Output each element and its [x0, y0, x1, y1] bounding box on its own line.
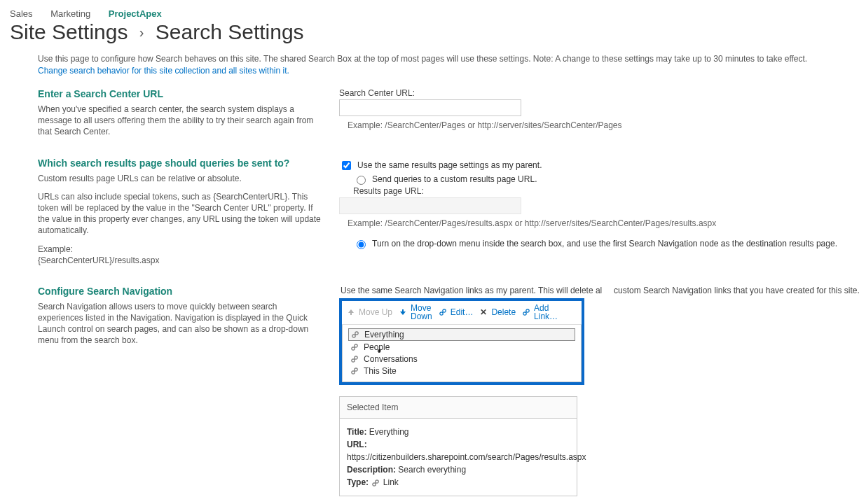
title-b: Search Settings — [156, 20, 304, 43]
nav-item-label: People — [364, 342, 390, 352]
dropdown-radio-label: Turn on the drop-down menu inside the se… — [372, 239, 837, 248]
crumb-marketing[interactable]: Marketing — [50, 8, 90, 19]
nav-toolbar: Move Up MoveDown Edit… — [342, 301, 582, 325]
page-title: Site Settings › Search Settings — [10, 20, 849, 44]
sec2-title: Which search results page should queries… — [38, 158, 322, 169]
arrow-down-icon — [398, 307, 408, 317]
custom-results-radio-row[interactable]: Send queries to a custom results page UR… — [353, 174, 844, 185]
link-icon — [350, 330, 360, 340]
intro-link[interactable]: Change search behavior for this site col… — [38, 66, 289, 76]
use-parent-results-label: Use the same results page settings as my… — [357, 160, 542, 170]
sel-title-v: Everything — [369, 427, 409, 437]
intro-text: Use this page to configure how Search be… — [38, 54, 844, 64]
edit-button[interactable]: Edit… — [438, 307, 474, 317]
selected-item-panel: Selected Item Title: Everything URL: htt… — [339, 396, 577, 496]
sel-url-k: URL: — [347, 440, 367, 449]
nav-item-label: Everything — [364, 330, 404, 340]
custom-results-label: Send queries to a custom results page UR… — [372, 174, 537, 184]
use-parent-results-checkbox[interactable] — [342, 161, 351, 170]
link-icon — [521, 307, 531, 317]
search-center-url-input[interactable] — [339, 99, 521, 116]
crumb-sales[interactable]: Sales — [10, 8, 33, 19]
nav-item-label: This Site — [364, 366, 397, 376]
link-icon — [350, 366, 359, 376]
dropdown-radio[interactable] — [357, 240, 366, 249]
sel-type-v: Link — [383, 477, 399, 487]
sec1-title: Enter a Search Center URL — [38, 88, 322, 99]
custom-results-radio[interactable] — [357, 176, 366, 185]
sec1-body: When you've specified a search center, t… — [38, 104, 322, 138]
move-up-button: Move Up — [346, 307, 392, 317]
results-page-url-hint: Example: /SearchCenter/Pages/results.asp… — [348, 218, 844, 228]
sec3-body: Search Navigation allows users to move q… — [38, 301, 322, 346]
move-down-button[interactable]: MoveDown — [398, 304, 432, 321]
link-icon — [350, 354, 359, 364]
breadcrumb: Sales Marketing ProjectApex — [10, 8, 849, 19]
nav-item-people[interactable]: People — [348, 342, 575, 353]
use-parent-nav-line: Use the same Search Navigation links as … — [341, 286, 859, 295]
sec2-p2: URLs can also include special tokens, su… — [38, 191, 322, 237]
sec2-example-label: Example: — [38, 244, 322, 255]
nav-item-everything[interactable]: Everything — [348, 328, 575, 341]
search-nav-editor-highlight: Move Up MoveDown Edit… — [339, 298, 584, 385]
sel-type-k: Type: — [347, 477, 369, 487]
sec2-p1: Custom results page URLs can be relative… — [38, 173, 322, 184]
link-icon — [350, 342, 359, 352]
use-parent-results-checkbox-row[interactable]: Use the same results page settings as my… — [339, 159, 844, 172]
link-icon — [438, 307, 448, 317]
dropdown-radio-row[interactable]: Turn on the drop-down menu inside the se… — [353, 238, 844, 249]
sec3-title: Configure Search Navigation — [38, 286, 322, 297]
results-page-url-label: Results page URL: — [353, 186, 844, 196]
search-center-url-hint: Example: /SearchCenter/Pages or http://s… — [348, 120, 844, 130]
nav-item-this-site[interactable]: This Site — [348, 365, 575, 377]
sel-url-v: https://citizenbuilders.sharepoint.com/s… — [347, 451, 570, 463]
crumb-projectapex[interactable]: ProjectApex — [109, 8, 162, 19]
delete-button[interactable]: ✕ Delete — [479, 307, 516, 317]
search-center-url-label: Search Center URL: — [339, 88, 844, 98]
nav-item-label: Conversations — [364, 354, 418, 364]
sel-title-k: Title: — [347, 427, 366, 437]
arrow-up-icon — [346, 307, 356, 317]
close-icon: ✕ — [479, 307, 488, 317]
link-icon — [371, 478, 380, 488]
add-link-button[interactable]: AddLink… — [521, 304, 558, 321]
nav-list: Everything People Conversa — [342, 325, 582, 382]
results-page-url-input — [339, 197, 521, 214]
title-a: Site Settings — [10, 20, 128, 43]
chevron-right-icon: › — [139, 24, 144, 41]
selected-item-header: Selected Item — [340, 397, 577, 419]
sel-desc-v: Search everything — [398, 465, 466, 475]
sel-desc-k: Description: — [347, 465, 396, 475]
nav-item-conversations[interactable]: Conversations — [348, 354, 575, 365]
sec2-example-value: {SearchCenterURL}/results.aspx — [38, 255, 322, 266]
